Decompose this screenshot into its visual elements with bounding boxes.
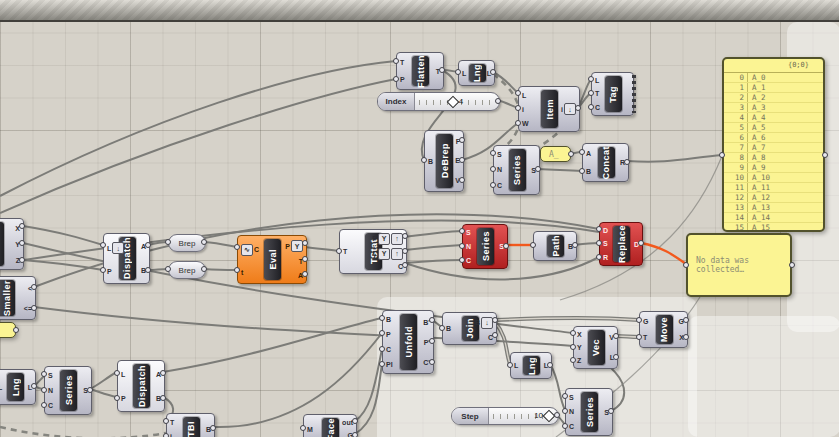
dispatch-bottom-input-port[interactable] <box>114 395 120 401</box>
series-top-input-port[interactable] <box>490 150 496 156</box>
prefix-panel[interactable]: A_ <box>540 146 571 162</box>
brep-2-input-port[interactable] <box>165 266 171 272</box>
replace-input-port[interactable] <box>596 254 602 260</box>
smaller-component[interactable]: Smaller<<= <box>0 276 36 320</box>
item-component[interactable]: ItemLiWi↓ <box>518 86 580 132</box>
data-panel-output-port[interactable] <box>822 152 828 158</box>
series-left-input-port[interactable] <box>41 387 47 393</box>
vec-input-port[interactable] <box>570 330 576 336</box>
data-panel-input-port[interactable] <box>719 152 725 158</box>
tstat-output-port[interactable] <box>402 248 408 254</box>
unfold-output-port[interactable] <box>429 359 435 365</box>
join-output-port[interactable] <box>492 317 498 323</box>
unfold-input-port[interactable] <box>379 346 385 352</box>
flatten-output-port[interactable] <box>439 67 445 73</box>
join-component[interactable]: JoinBB↓C <box>442 312 497 345</box>
series-left-output-port[interactable] <box>87 387 93 393</box>
note-panel[interactable]: No data was collected… <box>686 233 792 297</box>
deconstruct-left-output-port[interactable] <box>19 257 25 263</box>
lng-left-output-port[interactable] <box>31 383 37 389</box>
brep-1-output-port[interactable] <box>201 239 207 245</box>
debrep-output-port[interactable] <box>459 177 465 183</box>
replace-input-port[interactable] <box>596 226 602 232</box>
lng-mid-component[interactable]: LngLL <box>510 352 552 379</box>
series-top-input-port[interactable] <box>490 166 496 172</box>
replace-input-port[interactable] <box>596 240 602 246</box>
flatten-component[interactable]: FlattenTPT <box>396 52 444 90</box>
series-bottom-output-port[interactable] <box>608 408 614 414</box>
index-slider-grip[interactable] <box>446 95 459 108</box>
tstat-component[interactable]: TStatTPY↑LY↑C <box>339 229 407 274</box>
index-slider[interactable]: Index4 <box>377 92 500 111</box>
tstat-input-port[interactable] <box>336 248 342 254</box>
move-output-port[interactable] <box>683 317 689 323</box>
eval-output-port[interactable] <box>302 256 308 262</box>
series-top-output-port[interactable] <box>535 166 541 172</box>
series-bottom-input-port[interactable] <box>562 408 568 414</box>
brep-1-input-port[interactable] <box>165 239 171 245</box>
series-mid-input-port[interactable] <box>459 243 465 249</box>
move-input-port[interactable] <box>636 317 642 323</box>
debrep-output-port[interactable] <box>459 157 465 163</box>
dispatch-mid-component[interactable]: DispatchL↓PAB <box>103 233 150 284</box>
unfold-input-port[interactable] <box>379 315 385 321</box>
eval-input-port[interactable] <box>234 244 240 250</box>
series-top-component[interactable]: SeriesSNCS <box>493 145 540 195</box>
prefix-panel-output-port[interactable] <box>568 151 574 157</box>
face-output-port[interactable] <box>352 432 358 437</box>
path-output-port[interactable] <box>572 242 578 248</box>
replace-output-port[interactable] <box>638 240 644 246</box>
index-slider-output-port[interactable] <box>495 98 501 104</box>
concat-component[interactable]: ConcatABR <box>582 143 629 182</box>
note-panel-output-port[interactable] <box>789 262 795 268</box>
step-slider-track[interactable]: 10 <box>489 408 558 424</box>
face-input-port[interactable] <box>300 425 306 431</box>
concat-input-port[interactable] <box>579 168 585 174</box>
series-top-input-port[interactable] <box>490 182 496 188</box>
note-panel-input-port[interactable] <box>683 262 689 268</box>
face-output-port[interactable] <box>352 418 358 424</box>
concat-output-port[interactable] <box>624 159 630 165</box>
join-input-port[interactable] <box>439 325 445 331</box>
tbi-component[interactable]: TBITiB <box>166 413 215 437</box>
series-mid-output-port[interactable] <box>503 243 509 249</box>
step-slider-output-port[interactable] <box>554 412 560 418</box>
unfold-output-port[interactable] <box>429 338 435 344</box>
tbi-input-port[interactable] <box>163 418 169 424</box>
flatten-input-port[interactable] <box>393 76 399 82</box>
debrep-component[interactable]: DeBrepBFEV <box>424 130 464 192</box>
dispatch-mid-output-port[interactable] <box>145 267 151 273</box>
flatten-input-port[interactable] <box>393 58 399 64</box>
smaller-output-port[interactable] <box>31 284 37 290</box>
dispatch-bottom-input-port[interactable] <box>114 370 120 376</box>
eval-component[interactable]: Eval∿CtPYTA <box>237 235 307 284</box>
tstat-output-port[interactable] <box>402 262 408 268</box>
series-bottom-input-port[interactable] <box>562 393 568 399</box>
item-output-port[interactable] <box>575 105 581 111</box>
lng-mid-input-port[interactable] <box>507 362 513 368</box>
brep-2-output-port[interactable] <box>201 266 207 272</box>
dispatch-mid-input-port[interactable] <box>100 267 106 273</box>
unfold-component[interactable]: UnfoldBPCPlB'P'C' <box>382 310 434 374</box>
vec-component[interactable]: VecXYZVL <box>573 326 618 369</box>
debrep-output-port[interactable] <box>459 137 465 143</box>
vec-output-port[interactable] <box>613 354 619 360</box>
debrep-input-port[interactable] <box>421 157 427 163</box>
series-left-component[interactable]: SeriesSNCS <box>44 366 92 415</box>
item-input-port[interactable] <box>515 120 521 126</box>
smaller-output-port[interactable] <box>31 305 37 311</box>
tbi-input-port[interactable] <box>163 433 169 437</box>
panel-fragment-output-port[interactable] <box>13 327 19 333</box>
dispatch-bottom-output-port[interactable] <box>160 370 166 376</box>
path-component[interactable]: PathB <box>533 231 577 261</box>
tag-component[interactable]: TagLTC <box>591 72 634 116</box>
lng-top-input-port[interactable] <box>455 69 461 75</box>
series-bottom-component[interactable]: SeriesSNCS <box>565 388 613 436</box>
data-panel[interactable]: {0;0}0A_01A_12A_23A_34A_45A_56A_67A_78A_… <box>722 57 825 232</box>
eval-output-port[interactable] <box>302 240 308 246</box>
series-left-input-port[interactable] <box>41 371 47 377</box>
dispatch-bottom-output-port[interactable] <box>160 395 166 401</box>
face-component[interactable]: FaceMoutG <box>303 414 357 437</box>
tag-input-port[interactable] <box>588 76 594 82</box>
path-input-port[interactable] <box>530 242 536 248</box>
